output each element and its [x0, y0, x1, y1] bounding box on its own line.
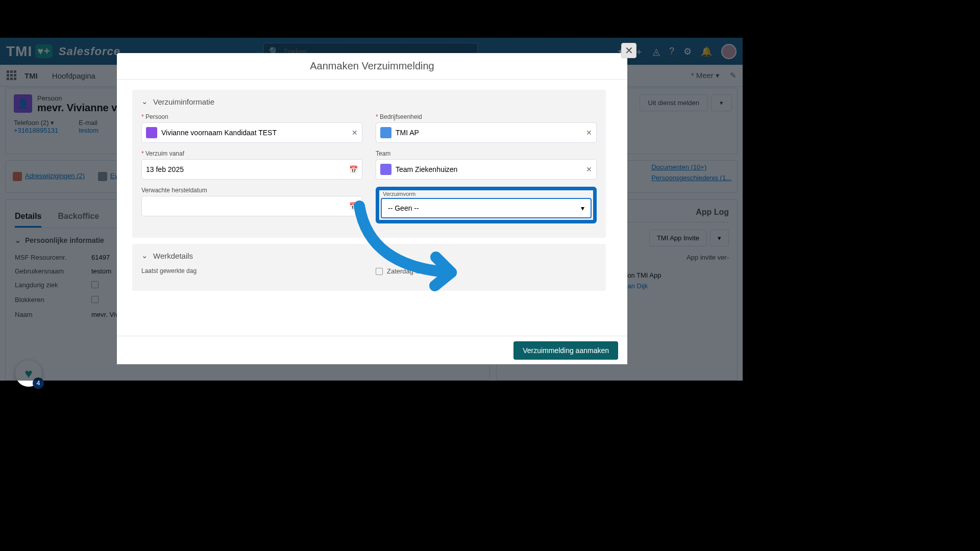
section-verzuiminformatie[interactable]: ⌄Verzuiminformatie: [141, 97, 597, 106]
date-vanaf-value: 13 feb 2025: [146, 165, 184, 173]
chevron-down-icon: ⌄: [141, 251, 148, 260]
zaterdag-label: Zaterdag is werkdag: [387, 267, 447, 275]
label-verzuim-vanaf: Verzuim vanaf: [141, 150, 362, 157]
checkbox-icon: [376, 268, 383, 275]
calendar-icon[interactable]: 📅: [349, 165, 358, 173]
team-icon: [380, 164, 391, 175]
modal-title: Aanmaken Verzuimmelding: [117, 53, 627, 80]
chevron-down-icon: ▾: [581, 204, 584, 212]
lookup-persoon-value: Vivianne voornaam Kandidaat TEST: [161, 129, 277, 137]
org-icon: [380, 127, 391, 138]
close-icon[interactable]: ✕: [621, 43, 636, 58]
section-werkdetails[interactable]: ⌄Werkdetails: [141, 251, 597, 260]
clear-icon[interactable]: ✕: [352, 129, 358, 137]
clear-icon[interactable]: ✕: [586, 165, 592, 173]
date-hersteldatum[interactable]: 📅: [141, 196, 362, 216]
lookup-team[interactable]: Team Ziekenhuizen ✕: [376, 159, 597, 180]
calendar-icon[interactable]: 📅: [349, 202, 358, 210]
label-hersteldatum: Verwachte hersteldatum: [141, 187, 362, 194]
label-bedrijfseenheid: Bedrijfseenheid: [376, 113, 597, 120]
date-verzuim-vanaf[interactable]: 13 feb 2025 📅: [141, 159, 362, 180]
lookup-persoon[interactable]: Vivianne voornaam Kandidaat TEST ✕: [141, 122, 362, 143]
lookup-bedrijf-value: TMI AP: [396, 129, 419, 137]
select-verzuimvorm[interactable]: -- Geen -- ▾: [381, 198, 592, 218]
select-verzuimvorm-value: -- Geen --: [388, 204, 419, 212]
submit-button[interactable]: Verzuimmelding aanmaken: [513, 341, 618, 360]
highlight-box: Verzuimvorm -- Geen -- ▾: [376, 187, 597, 223]
label-verzuimvorm: Verzuimvorm: [383, 191, 592, 197]
modal-verzuimmelding: ✕ Aanmaken Verzuimmelding ⌄Verzuiminform…: [117, 53, 627, 364]
label-team: Team: [376, 150, 597, 157]
lookup-team-value: Team Ziekenhuizen: [396, 165, 457, 173]
clear-icon[interactable]: ✕: [586, 129, 592, 137]
label-laatst-gewerkt: Laatst gewerkte dag: [141, 267, 362, 274]
chevron-down-icon: ⌄: [141, 97, 148, 106]
checkbox-zaterdag[interactable]: Zaterdag is werkdag: [376, 267, 597, 275]
label-persoon: Persoon: [141, 113, 362, 120]
lookup-bedrijfseenheid[interactable]: TMI AP ✕: [376, 122, 597, 143]
person-icon: [146, 127, 157, 138]
